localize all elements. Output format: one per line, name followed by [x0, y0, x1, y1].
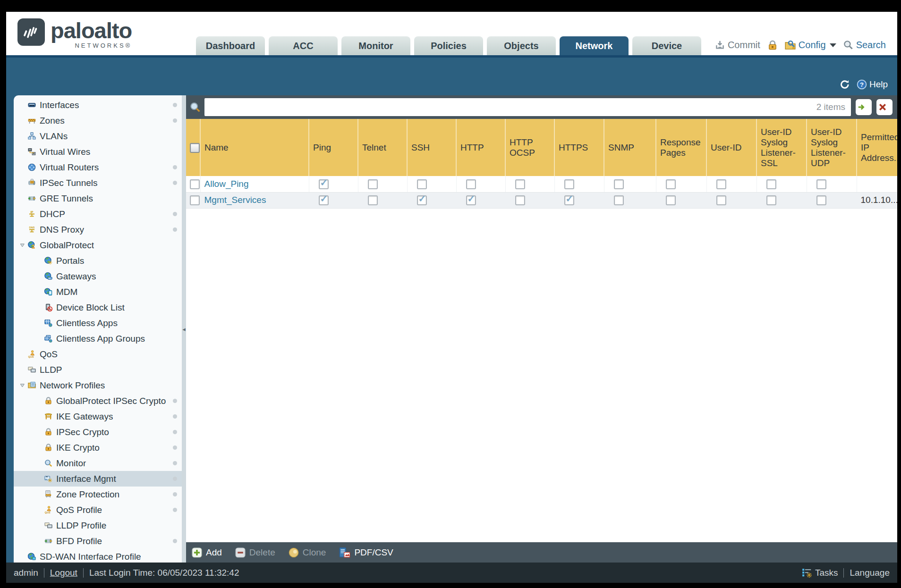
user-id-syslog-listener-ssl-checkbox[interactable]: [766, 195, 776, 205]
snmp-checkbox[interactable]: [614, 195, 624, 205]
table-row: Mgmt_Services10.1.10...: [186, 192, 897, 208]
sidebar-item-clientless-apps[interactable]: Clientless Apps: [14, 315, 182, 331]
sidebar-item-device-block-list[interactable]: Device Block List: [14, 300, 182, 315]
sidebar-item-vlans[interactable]: VLANs: [14, 128, 182, 144]
user-id-syslog-listener-ssl-checkbox[interactable]: [766, 179, 776, 189]
sidebar-item-interfaces[interactable]: Interfaces: [14, 97, 182, 113]
user-id-checkbox[interactable]: [716, 179, 726, 189]
response-pages-checkbox[interactable]: [666, 195, 676, 205]
tasks-button[interactable]: Tasks: [802, 568, 838, 578]
sidebar-item-ike-gateways[interactable]: IKE Gateways: [14, 409, 182, 424]
ping-checkbox[interactable]: [319, 179, 329, 189]
lock-icon[interactable]: [767, 40, 778, 50]
user-id-syslog-listener-udp-checkbox[interactable]: [816, 179, 826, 189]
sidebar-splitter[interactable]: ◂: [182, 95, 186, 563]
tab-objects[interactable]: Objects: [487, 36, 556, 55]
pdf-csv-button[interactable]: PDF/CSV: [339, 547, 393, 558]
user-id-syslog-listener-udp-checkbox[interactable]: [816, 195, 826, 205]
sidebar-item-zones[interactable]: Zones: [14, 113, 182, 128]
col-header-name[interactable]: Name: [200, 119, 309, 176]
ssh-checkbox[interactable]: [417, 195, 427, 205]
entry-name-link[interactable]: Allow_Ping: [204, 179, 249, 189]
sidebar-item-qos[interactable]: QoSQoS: [14, 346, 182, 362]
ping-checkbox[interactable]: [319, 195, 329, 205]
apply-filter-button[interactable]: [856, 99, 872, 115]
sidebar-item-clientless-app-groups[interactable]: Clientless App Groups: [14, 331, 182, 346]
sidebar-item-ipsec-crypto[interactable]: IPSec Crypto: [14, 424, 182, 440]
tab-acc[interactable]: ACC: [269, 36, 338, 55]
col-header-snmp[interactable]: SNMP: [604, 119, 656, 176]
http-ocsp-checkbox[interactable]: [515, 179, 525, 189]
sidebar-item-lldp-profile[interactable]: LLDP Profile: [14, 518, 182, 533]
sidebar-item-label: Interfaces: [40, 100, 79, 110]
delete-button[interactable]: Delete: [235, 547, 275, 558]
col-header-telnet[interactable]: Telnet: [358, 119, 407, 176]
sidebar-item-label: IKE Gateways: [56, 412, 113, 422]
filter-input[interactable]: [204, 102, 816, 112]
tab-device[interactable]: Device: [632, 36, 701, 55]
col-header-response-pages[interactable]: Response Pages: [656, 119, 706, 176]
expand-triangle-icon[interactable]: [19, 242, 26, 249]
add-button[interactable]: Add: [192, 547, 222, 558]
col-header-ssh[interactable]: SSH: [407, 119, 456, 176]
entry-name-link[interactable]: Mgmt_Services: [204, 195, 266, 205]
sidebar-item-monitor[interactable]: Monitor: [14, 455, 182, 471]
row-checkbox[interactable]: [190, 179, 200, 189]
col-header-user-id-syslog-listener-ssl[interactable]: User-ID Syslog Listener-SSL: [756, 119, 807, 176]
expand-triangle-icon[interactable]: [19, 382, 26, 389]
tab-dashboard[interactable]: Dashboard: [196, 36, 265, 55]
last-login-time: Last Login Time: 06/05/2023 11:32:42: [89, 568, 239, 578]
sidebar-item-virtual-wires[interactable]: Virtual Wires: [14, 144, 182, 160]
ssh-checkbox[interactable]: [417, 179, 427, 189]
col-header-user-id[interactable]: User-ID: [706, 119, 756, 176]
https-checkbox[interactable]: [564, 195, 574, 205]
col-header-ping[interactable]: Ping: [309, 119, 358, 176]
sidebar-item-globalprotect-ipsec-crypto[interactable]: GlobalProtect IPSec Crypto: [14, 393, 182, 409]
config-button[interactable]: Config: [785, 40, 836, 50]
search-button[interactable]: Search: [843, 40, 886, 50]
sidebar-item-bfd-profile[interactable]: BFD Profile: [14, 533, 182, 549]
col-header-permitted-ip-address[interactable]: Permitted IP Address...: [857, 119, 897, 176]
sidebar-item-virtual-routers[interactable]: Virtual Routers: [14, 160, 182, 175]
tab-network[interactable]: Network: [560, 36, 629, 55]
col-header-user-id-syslog-listener-udp[interactable]: User-ID Syslog Listener-UDP: [807, 119, 857, 176]
clear-filter-button[interactable]: [876, 99, 892, 115]
col-header-https[interactable]: HTTPS: [554, 119, 604, 176]
sidebar-item-mdm[interactable]: MDM: [14, 284, 182, 300]
http-checkbox[interactable]: [466, 179, 476, 189]
response-pages-checkbox[interactable]: [666, 179, 676, 189]
commit-button[interactable]: Commit: [715, 40, 760, 50]
tab-monitor[interactable]: Monitor: [341, 36, 410, 55]
col-header-http-ocsp[interactable]: HTTP OCSP: [505, 119, 554, 176]
sidebar-item-network-profiles[interactable]: Network Profiles: [14, 378, 182, 393]
row-checkbox[interactable]: [190, 195, 200, 205]
sidebar-item-ipsec-tunnels[interactable]: IPSec Tunnels: [14, 175, 182, 191]
telnet-checkbox[interactable]: [368, 195, 378, 205]
sidebar-item-globalprotect[interactable]: GlobalProtect: [14, 237, 182, 253]
http-checkbox[interactable]: [466, 195, 476, 205]
sidebar-item-qos-profile[interactable]: QoSQoS Profile: [14, 502, 182, 518]
http-ocsp-checkbox[interactable]: [515, 195, 525, 205]
tab-policies[interactable]: Policies: [414, 36, 483, 55]
sidebar-item-interface-mgmt[interactable]: Interface Mgmt: [14, 471, 182, 487]
sidebar-item-zone-protection[interactable]: Zone Protection: [14, 487, 182, 502]
sidebar-item-lldp[interactable]: LLDP: [14, 362, 182, 378]
sidebar-item-sd-wan-interface-profile[interactable]: SD-WAN Interface Profile: [14, 549, 182, 563]
snmp-checkbox[interactable]: [614, 179, 624, 189]
telnet-checkbox[interactable]: [368, 179, 378, 189]
https-checkbox[interactable]: [564, 179, 574, 189]
sidebar-item-gre-tunnels[interactable]: GRE Tunnels: [14, 191, 182, 206]
sidebar-item-ike-crypto[interactable]: IKE Crypto: [14, 440, 182, 455]
sidebar-item-gateways[interactable]: Gateways: [14, 269, 182, 284]
logout-link[interactable]: Logout: [50, 568, 77, 578]
help-button[interactable]: ? Help: [857, 79, 888, 90]
clone-button[interactable]: Clone: [289, 547, 326, 558]
refresh-icon[interactable]: [840, 79, 850, 90]
sidebar-item-dns-proxy[interactable]: DNSDNS Proxy: [14, 222, 182, 237]
select-all-checkbox[interactable]: [190, 143, 200, 153]
user-id-checkbox[interactable]: [716, 195, 726, 205]
sidebar-item-portals[interactable]: Portals: [14, 253, 182, 269]
col-header-http[interactable]: HTTP: [456, 119, 505, 176]
sidebar-item-dhcp[interactable]: IPDHCP: [14, 206, 182, 222]
language-button[interactable]: Language: [850, 568, 890, 578]
